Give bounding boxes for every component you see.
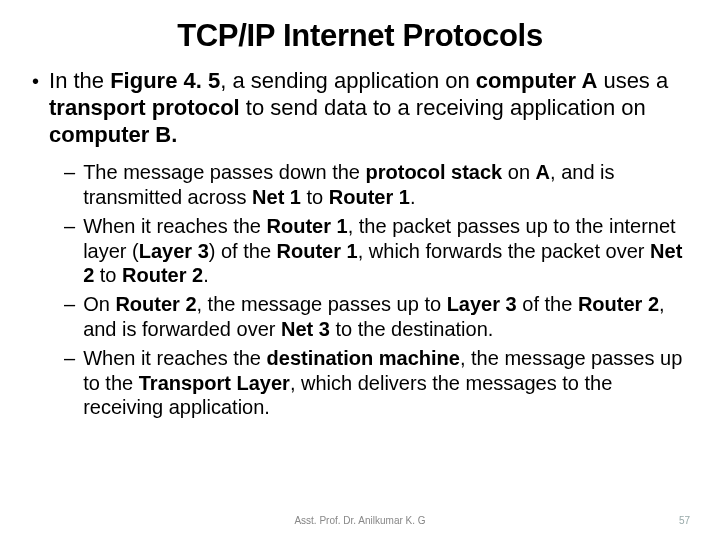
list-item-text: On Router 2, the message passes up to La… bbox=[83, 292, 692, 341]
bold: Router 1 bbox=[329, 186, 410, 208]
dash-icon: – bbox=[64, 346, 75, 419]
text: uses a bbox=[597, 68, 668, 93]
list-item: – On Router 2, the message passes up to … bbox=[64, 292, 692, 341]
text: to send data to a receiving application … bbox=[240, 95, 646, 120]
text: . bbox=[410, 186, 416, 208]
bullet-dot-icon: • bbox=[32, 68, 39, 148]
bold: computer A bbox=[476, 68, 597, 93]
dash-icon: – bbox=[64, 160, 75, 209]
dash-icon: – bbox=[64, 214, 75, 287]
list-item-text: The message passes down the protocol sta… bbox=[83, 160, 692, 209]
text: When it reaches the bbox=[83, 347, 266, 369]
list-item-text: When it reaches the destination machine,… bbox=[83, 346, 692, 419]
text: to the destination. bbox=[330, 318, 493, 340]
text: ) of the bbox=[209, 240, 277, 262]
bold: Net 1 bbox=[252, 186, 301, 208]
bold: Layer 3 bbox=[447, 293, 517, 315]
bold: Router 2 bbox=[115, 293, 196, 315]
slide-footer: Asst. Prof. Dr. Anilkumar K. G bbox=[0, 515, 720, 526]
text: . bbox=[203, 264, 209, 286]
bullet-level1: • In the Figure 4. 5, a sending applicat… bbox=[32, 68, 692, 148]
bold: Router 2 bbox=[578, 293, 659, 315]
sub-bullet-list: – The message passes down the protocol s… bbox=[64, 160, 692, 419]
bold: Transport Layer bbox=[139, 372, 290, 394]
bold: Router 1 bbox=[267, 215, 348, 237]
text: of the bbox=[517, 293, 578, 315]
dash-icon: – bbox=[64, 292, 75, 341]
text: , which forwards the packet over bbox=[358, 240, 650, 262]
bold: destination machine bbox=[267, 347, 460, 369]
text: to bbox=[301, 186, 329, 208]
text: , a sending application on bbox=[220, 68, 476, 93]
slide-title: TCP/IP Internet Protocols bbox=[28, 18, 692, 54]
bold: Net 3 bbox=[281, 318, 330, 340]
text: to bbox=[94, 264, 122, 286]
bold: protocol stack bbox=[366, 161, 503, 183]
list-item: – When it reaches the Router 1, the pack… bbox=[64, 214, 692, 287]
text: On bbox=[83, 293, 115, 315]
list-item: – When it reaches the destination machin… bbox=[64, 346, 692, 419]
bullet-level1-text: In the Figure 4. 5, a sending applicatio… bbox=[49, 68, 692, 148]
bold: A bbox=[536, 161, 550, 183]
page-number: 57 bbox=[679, 515, 690, 526]
list-item: – The message passes down the protocol s… bbox=[64, 160, 692, 209]
bold: Layer 3 bbox=[139, 240, 209, 262]
text: When it reaches the bbox=[83, 215, 266, 237]
bold: Router 1 bbox=[277, 240, 358, 262]
text: on bbox=[502, 161, 535, 183]
bold: computer B. bbox=[49, 122, 177, 147]
bold: Figure 4. 5 bbox=[110, 68, 220, 93]
bold: transport protocol bbox=[49, 95, 240, 120]
list-item-text: When it reaches the Router 1, the packet… bbox=[83, 214, 692, 287]
text: In the bbox=[49, 68, 110, 93]
text: The message passes down the bbox=[83, 161, 365, 183]
text: , the message passes up to bbox=[197, 293, 447, 315]
bold: Router 2 bbox=[122, 264, 203, 286]
